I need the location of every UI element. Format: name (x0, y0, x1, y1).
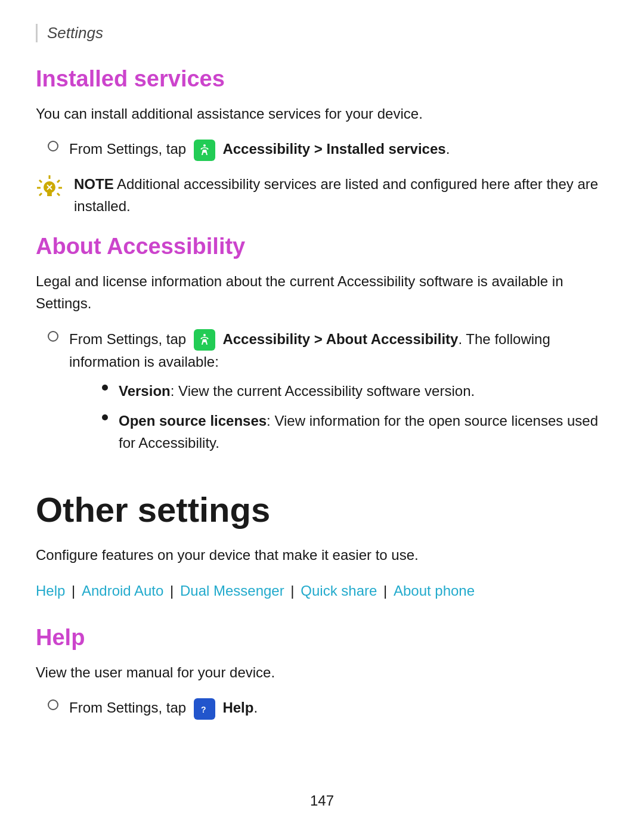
sub-bullet-dot-1 (102, 385, 108, 391)
nav-link-quick-share[interactable]: Quick share (301, 583, 377, 599)
installed-services-heading: Installed services (36, 66, 608, 92)
circle-bullet-icon (48, 141, 58, 151)
note-body: Additional accessibility services are li… (74, 176, 598, 214)
installed-services-step: From Settings, tap Accessibility > Insta… (48, 138, 608, 161)
svg-line-5 (39, 180, 42, 182)
svg-text:?: ? (201, 705, 206, 714)
nav-link-android-auto[interactable]: Android Auto (82, 583, 163, 599)
about-accessibility-list: From Settings, tap Accessibility > About… (36, 328, 608, 461)
accessibility-icon-1 (194, 140, 215, 161)
about-accessibility-section: About Accessibility Legal and license in… (36, 234, 608, 461)
svg-line-2 (57, 180, 60, 182)
note-text: NOTE Additional accessibility services a… (74, 173, 608, 217)
sub-item-licenses-text: Open source licenses: View information f… (119, 410, 608, 454)
installed-services-body: You can install additional assistance se… (36, 103, 608, 125)
help-body: View the user manual for your device. (36, 661, 608, 683)
circle-bullet-icon-2 (48, 331, 58, 342)
other-settings-body: Configure features on your device that m… (36, 544, 608, 566)
sub-item-licenses: Open source licenses: View information f… (102, 410, 608, 454)
help-icon: ? (194, 698, 215, 720)
help-section: Help View the user manual for your devic… (36, 625, 608, 720)
svg-point-0 (203, 144, 206, 147)
sub-item-version-text: Version: View the current Accessibility … (119, 380, 475, 402)
help-step-text: From Settings, tap ? Help. (69, 696, 608, 720)
accessibility-icon-2 (194, 329, 215, 351)
svg-line-4 (57, 193, 60, 196)
nav-links-bar: Help | Android Auto | Dual Messenger | Q… (36, 579, 608, 603)
breadcrumb-text: Settings (47, 24, 103, 42)
installed-services-list: From Settings, tap Accessibility > Insta… (36, 138, 608, 161)
svg-line-7 (39, 193, 42, 196)
nav-link-dual-messenger[interactable]: Dual Messenger (180, 583, 284, 599)
step-suffix: . (446, 141, 450, 157)
help-heading: Help (36, 625, 608, 651)
note-box: NOTE Additional accessibility services a… (36, 173, 608, 217)
other-settings-section: Other settings Configure features on you… (36, 490, 608, 603)
step2-prefix: From Settings, tap (69, 331, 186, 347)
about-accessibility-step: From Settings, tap Accessibility > About… (48, 328, 608, 461)
help-step: From Settings, tap ? Help. (48, 696, 608, 720)
nav-link-help[interactable]: Help (36, 583, 65, 599)
sub-bullet-dot-2 (102, 414, 108, 420)
note-bulb-icon (36, 174, 63, 202)
help-step-prefix: From Settings, tap (69, 699, 186, 716)
sub-item-version: Version: View the current Accessibility … (102, 380, 608, 402)
installed-services-step-text: From Settings, tap Accessibility > Insta… (69, 138, 608, 161)
note-label: NOTE (74, 176, 114, 192)
nav-link-about-phone[interactable]: About phone (394, 583, 475, 599)
about-accessibility-heading: About Accessibility (36, 234, 608, 259)
svg-point-13 (203, 334, 206, 336)
help-list: From Settings, tap ? Help. (36, 696, 608, 720)
step2-bold: Accessibility > About Accessibility (222, 331, 458, 347)
installed-services-section: Installed services You can install addit… (36, 66, 608, 217)
circle-bullet-icon-3 (48, 699, 58, 710)
step-prefix: From Settings, tap (69, 141, 186, 157)
step-bold: Accessibility > Installed services (222, 141, 445, 157)
help-step-suffix: . (253, 699, 258, 716)
breadcrumb: Settings (36, 24, 608, 42)
about-accessibility-body: Legal and license information about the … (36, 270, 608, 314)
svg-rect-10 (47, 194, 52, 196)
about-accessibility-step-text: From Settings, tap Accessibility > About… (69, 328, 608, 461)
about-accessibility-sub-list: Version: View the current Accessibility … (69, 380, 608, 454)
page-number: 147 (0, 792, 644, 809)
help-step-bold: Help (222, 699, 253, 716)
other-settings-heading: Other settings (36, 490, 608, 529)
page-container: Settings Installed services You can inst… (0, 0, 644, 778)
svg-rect-9 (47, 193, 52, 194)
